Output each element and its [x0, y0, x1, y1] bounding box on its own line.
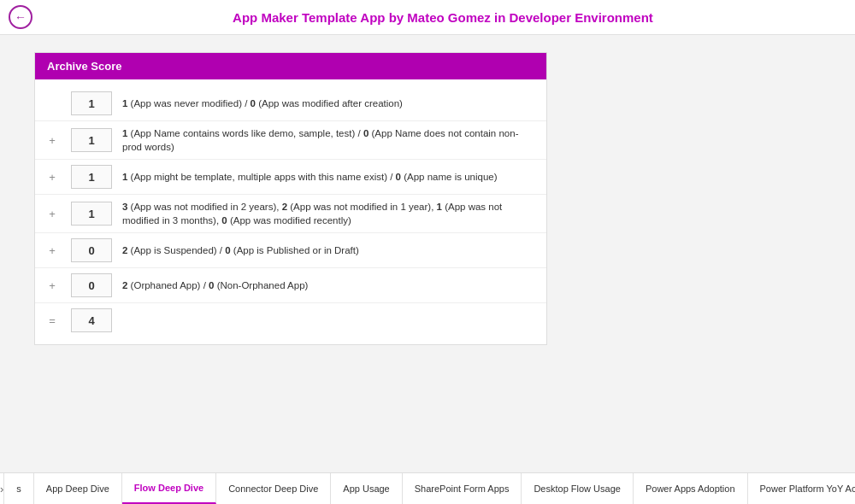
tab-app-usage[interactable]: App Usage: [331, 473, 402, 504]
score-value: 1: [71, 202, 112, 226]
score-description: 3 (App was not modified in 2 years), 2 (…: [122, 200, 538, 227]
total-score: 4: [71, 308, 112, 332]
score-row: +02 (App is Suspended) / 0 (App is Publi…: [35, 235, 546, 266]
row-operator: +: [44, 244, 61, 257]
score-row: +11 (App might be template, multiple app…: [35, 161, 546, 192]
score-row: +02 (Orphaned App) / 0 (Non-Orphaned App…: [35, 270, 546, 301]
row-operator: +: [44, 134, 61, 147]
row-operator: +: [44, 171, 61, 184]
tab-desktop-flow-usage[interactable]: Desktop Flow Usage: [522, 473, 634, 504]
score-row: +11 (App Name contains words like demo, …: [35, 123, 546, 157]
score-description: 1 (App might be template, multiple apps …: [122, 170, 538, 184]
score-row: 11 (App was never modified) / 0 (App was…: [35, 88, 546, 119]
tab-s[interactable]: s: [4, 473, 34, 504]
header: ← App Maker Template App by Mateo Gomez …: [0, 0, 855, 35]
tab-sharepoint-form-apps[interactable]: SharePoint Form Apps: [403, 473, 522, 504]
tab-connector-deep-dive[interactable]: Connector Deep Dive: [216, 473, 331, 504]
tab-flow-deep-dive[interactable]: Flow Deep Dive: [122, 473, 216, 504]
page-title: App Maker Template App by Mateo Gomez in…: [39, 10, 846, 25]
tab-power-platform-yoy-ac[interactable]: Power Platform YoY Ac…: [748, 473, 856, 504]
score-value: 1: [71, 165, 112, 189]
score-description: 1 (App was never modified) / 0 (App was …: [122, 97, 538, 110]
score-value: 0: [71, 273, 112, 297]
row-operator: +: [44, 279, 61, 292]
total-row: =4: [35, 305, 546, 336]
total-operator: =: [44, 314, 61, 327]
row-operator: +: [44, 208, 61, 220]
back-icon: ←: [15, 10, 27, 24]
archive-score-card: Archive Score 11 (App was never modified…: [34, 52, 547, 345]
tab-app-deep-dive[interactable]: App Deep Dive: [34, 473, 122, 504]
score-row: +13 (App was not modified in 2 years), 2…: [35, 196, 546, 231]
tab-bar: › sApp Deep DiveFlow Deep DiveConnector …: [0, 472, 855, 504]
score-value: 0: [71, 238, 112, 262]
card-body: 11 (App was never modified) / 0 (App was…: [35, 79, 546, 344]
main-content: Archive Score 11 (App was never modified…: [0, 35, 855, 472]
score-value: 1: [71, 128, 112, 152]
back-button[interactable]: ←: [9, 5, 32, 29]
score-description: 2 (Orphaned App) / 0 (Non-Orphaned App): [122, 278, 538, 292]
score-description: 1 (App Name contains words like demo, sa…: [122, 126, 538, 154]
score-value: 1: [71, 91, 112, 115]
card-title: Archive Score: [35, 53, 546, 79]
tab-power-apps-adoption[interactable]: Power Apps Adoption: [634, 473, 748, 504]
score-description: 2 (App is Suspended) / 0 (App is Publish…: [122, 243, 538, 257]
